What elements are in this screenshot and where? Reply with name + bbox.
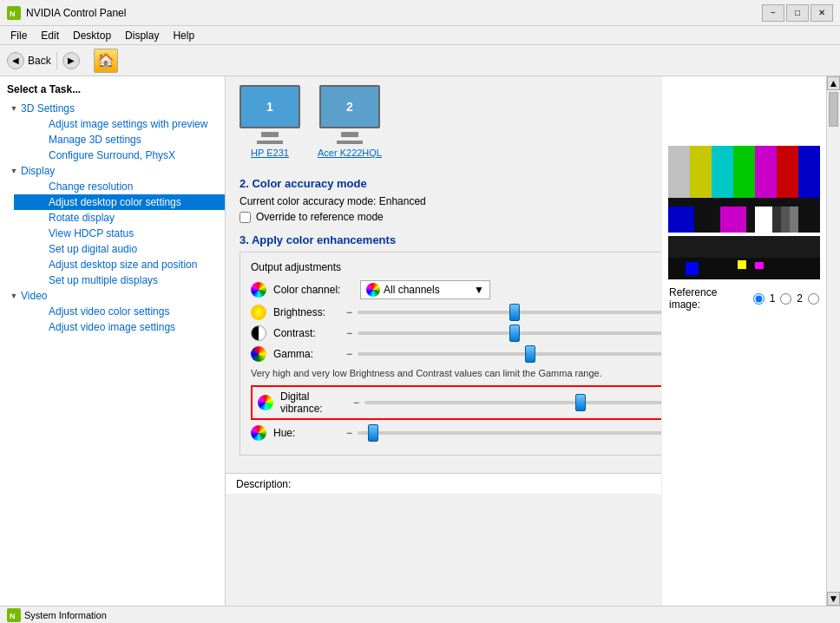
gamma-minus[interactable]: − — [346, 348, 352, 360]
sidebar-link-setup-multiple[interactable]: Set up multiple displays — [49, 274, 158, 286]
forward-button[interactable]: ▶ — [62, 52, 80, 69]
scroll-up-button[interactable]: ▲ — [827, 76, 840, 90]
gamma-label: Gamma: — [273, 348, 343, 360]
sidebar-link-configure-surround[interactable]: Configure Surround, PhysX — [49, 149, 175, 161]
sidebar-link-adjust-image[interactable]: Adjust image settings with preview — [49, 118, 207, 130]
scroll-thumb[interactable] — [829, 92, 838, 127]
sidebar-item-video[interactable]: ▼ Video — [0, 288, 225, 304]
maximize-button[interactable]: □ — [786, 4, 809, 22]
contrast-thumb[interactable] — [509, 325, 520, 342]
svg-rect-8 — [798, 146, 820, 198]
tree-node-video: ▼ Video Adjust video color settings Adju… — [0, 288, 225, 335]
back-label[interactable]: Back — [28, 55, 51, 67]
monitor-1-label[interactable]: HP E231 — [251, 148, 289, 158]
hue-row: Hue: − + 0° — [251, 425, 661, 441]
gamma-track[interactable] — [358, 352, 661, 356]
monitor-2-label[interactable]: Acer K222HQL — [318, 148, 382, 158]
hue-thumb[interactable] — [368, 424, 378, 442]
sidebar-item-configure-surround[interactable]: Configure Surround, PhysX — [14, 148, 225, 163]
sidebar-link-view-hdcp[interactable]: View HDCP status — [49, 227, 134, 239]
menu-desktop[interactable]: Desktop — [66, 28, 118, 43]
sidebar: Select a Task... ▼ 3D Settings Adjust im… — [0, 76, 226, 606]
svg-rect-6 — [755, 146, 777, 198]
hue-track[interactable] — [358, 431, 661, 435]
back-button[interactable]: ◀ — [7, 52, 24, 69]
gamma-thumb[interactable] — [525, 345, 535, 363]
monitor-2[interactable]: 2 Acer K222HQL — [318, 85, 382, 158]
brightness-track[interactable] — [358, 311, 661, 314]
sidebar-item-adjust-video-color[interactable]: Adjust video color settings — [14, 304, 225, 319]
home-icon: 🏠 — [97, 52, 115, 69]
bottom-bar: N System Information — [0, 606, 840, 623]
content-main: 1 HP E231 2 Acer K222HQL — [226, 76, 661, 606]
menu-help[interactable]: Help — [166, 28, 201, 43]
title-bar: N NVIDIA Control Panel − □ ✕ — [0, 0, 840, 26]
sidebar-link-adjust-video-image[interactable]: Adjust video image settings — [49, 321, 175, 333]
system-info-item[interactable]: N System Information — [7, 608, 107, 622]
channel-dropdown[interactable]: All channels ▼ — [360, 280, 490, 299]
sidebar-item-adjust-image[interactable]: Adjust image settings with preview — [14, 116, 225, 132]
brightness-thumb[interactable] — [509, 304, 520, 321]
svg-rect-14 — [755, 207, 772, 233]
contrast-minus[interactable]: − — [346, 327, 352, 339]
sidebar-link-manage-3d[interactable]: Manage 3D settings — [49, 134, 141, 146]
sidebar-link-change-resolution[interactable]: Change resolution — [49, 180, 133, 193]
sidebar-link-setup-audio[interactable]: Set up digital audio — [49, 243, 137, 255]
description-bar: Description: — [226, 473, 661, 494]
section3: 3. Apply color enhancements Output adjus… — [240, 233, 661, 456]
svg-text:N: N — [10, 10, 16, 18]
sidebar-item-view-hdcp[interactable]: View HDCP status — [14, 226, 225, 241]
vibrance-minus[interactable]: − — [353, 397, 359, 409]
sidebar-link-rotate-display[interactable]: Rotate display — [49, 212, 115, 224]
reference-option-2: 2 — [797, 292, 803, 305]
vibrance-track[interactable] — [364, 401, 661, 404]
minimize-button[interactable]: − — [762, 4, 784, 22]
svg-rect-11 — [694, 207, 720, 233]
system-info-label[interactable]: System Information — [24, 610, 107, 620]
color-accuracy-section: 2. Color accuracy mode Current color acc… — [240, 177, 661, 223]
window-controls: − □ ✕ — [762, 4, 833, 22]
svg-rect-5 — [733, 146, 755, 198]
output-section: Output adjustments Color channel: All ch… — [240, 252, 661, 456]
sidebar-item-adjust-desktop-size[interactable]: Adjust desktop size and position — [14, 257, 225, 272]
sidebar-item-adjust-desktop-color[interactable]: Adjust desktop color settings — [14, 194, 225, 210]
sidebar-item-setup-multiple[interactable]: Set up multiple displays — [14, 272, 225, 288]
close-button[interactable]: ✕ — [810, 4, 833, 22]
monitor-1-number: 1 — [266, 100, 273, 114]
reference-radio-1[interactable] — [753, 293, 765, 305]
sidebar-link-adjust-desktop-size[interactable]: Adjust desktop size and position — [49, 259, 197, 271]
home-button[interactable]: 🏠 — [94, 49, 118, 73]
sidebar-item-3d-settings[interactable]: ▼ 3D Settings — [0, 101, 225, 116]
menu-display[interactable]: Display — [118, 28, 166, 43]
vibrance-thumb[interactable] — [575, 394, 586, 411]
sidebar-item-display[interactable]: ▼ Display — [0, 163, 225, 179]
sidebar-item-change-resolution[interactable]: Change resolution — [14, 179, 225, 194]
reference-radio-2[interactable] — [780, 293, 791, 305]
warning-text: Very high and very low Brightness and Co… — [251, 367, 661, 380]
scroll-down-button[interactable]: ▼ — [827, 592, 840, 606]
override-checkbox[interactable] — [240, 212, 251, 223]
hue-minus[interactable]: − — [346, 427, 352, 439]
sidebar-link-adjust-desktop-color[interactable]: Adjust desktop color settings — [49, 196, 181, 208]
window-title: NVIDIA Control Panel — [26, 7, 762, 19]
svg-rect-21 — [686, 262, 699, 275]
scroll-track[interactable] — [827, 90, 840, 592]
monitor-1[interactable]: 1 HP E231 — [240, 85, 300, 158]
menu-file[interactable]: File — [3, 28, 34, 43]
svg-rect-10 — [668, 207, 694, 233]
brightness-minus[interactable]: − — [346, 306, 352, 318]
sidebar-item-rotate-display[interactable]: Rotate display — [14, 210, 225, 226]
override-checkbox-label[interactable]: Override to reference mode — [256, 211, 384, 223]
contrast-track[interactable] — [358, 331, 661, 335]
sidebar-item-adjust-video-image[interactable]: Adjust video image settings — [14, 319, 225, 335]
sidebar-item-setup-audio[interactable]: Set up digital audio — [14, 241, 225, 257]
contrast-label: Contrast: — [273, 327, 343, 339]
sidebar-link-adjust-video-color[interactable]: Adjust video color settings — [49, 305, 169, 318]
menu-edit[interactable]: Edit — [34, 28, 66, 43]
svg-rect-19 — [668, 236, 820, 258]
reference-radio-3[interactable] — [808, 293, 819, 305]
sidebar-item-manage-3d[interactable]: Manage 3D settings — [14, 132, 225, 148]
vertical-scrollbar[interactable]: ▲ ▼ — [826, 76, 840, 606]
content-inner: 1 HP E231 2 Acer K222HQL — [226, 76, 661, 473]
app-icon: N — [7, 6, 21, 20]
